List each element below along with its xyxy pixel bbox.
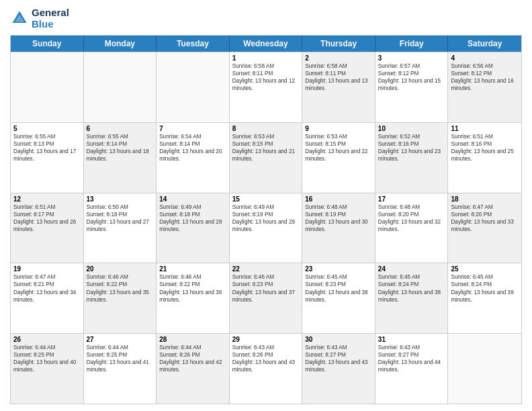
calendar-cell: 26Sunrise: 6:44 AMSunset: 8:25 PMDayligh… [11, 334, 84, 404]
calendar-row: 5Sunrise: 6:55 AMSunset: 8:13 PMDaylight… [11, 122, 521, 193]
header: General Blue [10, 7, 522, 30]
day-number: 22 [232, 265, 300, 273]
calendar-cell: 23Sunrise: 6:45 AMSunset: 8:23 PMDayligh… [302, 263, 375, 333]
weekday-header: Thursday [302, 36, 375, 52]
calendar-cell: 18Sunrise: 6:47 AMSunset: 8:20 PMDayligh… [448, 193, 521, 263]
cell-info: Sunrise: 6:43 AMSunset: 8:27 PMDaylight:… [378, 345, 441, 373]
calendar-cell: 20Sunrise: 6:46 AMSunset: 8:22 PMDayligh… [84, 263, 157, 333]
weekday-header: Monday [84, 36, 157, 52]
calendar-cell: 24Sunrise: 6:45 AMSunset: 8:24 PMDayligh… [375, 263, 449, 333]
cell-info: Sunrise: 6:53 AMSunset: 8:15 PMDaylight:… [232, 134, 295, 162]
calendar-cell: 19Sunrise: 6:47 AMSunset: 8:21 PMDayligh… [11, 263, 84, 333]
calendar-cell: 12Sunrise: 6:51 AMSunset: 8:17 PMDayligh… [11, 193, 84, 263]
calendar-row: 19Sunrise: 6:47 AMSunset: 8:21 PMDayligh… [11, 263, 521, 333]
day-number: 5 [13, 125, 81, 132]
calendar-cell: 31Sunrise: 6:43 AMSunset: 8:27 PMDayligh… [375, 334, 449, 404]
calendar-cell: 30Sunrise: 6:43 AMSunset: 8:27 PMDayligh… [302, 334, 375, 404]
calendar-cell: 1Sunrise: 6:58 AMSunset: 8:11 PMDaylight… [230, 52, 303, 122]
cell-info: Sunrise: 6:58 AMSunset: 8:11 PMDaylight:… [305, 63, 367, 91]
calendar-header: SundayMondayTuesdayWednesdayThursdayFrid… [11, 36, 521, 52]
cell-info: Sunrise: 6:46 AMSunset: 8:23 PMDaylight:… [232, 274, 295, 302]
day-number: 24 [378, 265, 445, 273]
logo: General Blue [10, 7, 69, 30]
cell-info: Sunrise: 6:44 AMSunset: 8:25 PMDaylight:… [13, 345, 76, 373]
day-number: 27 [87, 336, 154, 343]
day-number: 9 [305, 125, 372, 132]
calendar-cell: 8Sunrise: 6:53 AMSunset: 8:15 PMDaylight… [230, 123, 303, 193]
day-number: 15 [232, 195, 300, 203]
logo-text: General Blue [32, 7, 69, 30]
weekday-header: Sunday [11, 36, 84, 52]
cell-info: Sunrise: 6:44 AMSunset: 8:26 PMDaylight:… [159, 345, 222, 373]
day-number: 26 [13, 336, 81, 343]
cell-info: Sunrise: 6:45 AMSunset: 8:24 PMDaylight:… [451, 274, 513, 302]
calendar-cell: 25Sunrise: 6:45 AMSunset: 8:24 PMDayligh… [448, 263, 521, 333]
cell-info: Sunrise: 6:54 AMSunset: 8:14 PMDaylight:… [159, 134, 222, 162]
calendar-cell: 7Sunrise: 6:54 AMSunset: 8:14 PMDaylight… [157, 123, 230, 193]
cell-info: Sunrise: 6:45 AMSunset: 8:24 PMDaylight:… [378, 274, 441, 302]
calendar-cell: 5Sunrise: 6:55 AMSunset: 8:13 PMDaylight… [11, 123, 84, 193]
day-number: 3 [378, 54, 445, 62]
calendar-cell: 28Sunrise: 6:44 AMSunset: 8:26 PMDayligh… [157, 334, 230, 404]
day-number: 13 [87, 195, 154, 203]
cell-info: Sunrise: 6:49 AMSunset: 8:18 PMDaylight:… [159, 204, 222, 232]
cell-info: Sunrise: 6:46 AMSunset: 8:22 PMDaylight:… [159, 274, 222, 302]
cell-info: Sunrise: 6:44 AMSunset: 8:25 PMDaylight:… [87, 345, 149, 373]
cell-info: Sunrise: 6:47 AMSunset: 8:21 PMDaylight:… [13, 274, 76, 302]
cell-info: Sunrise: 6:43 AMSunset: 8:27 PMDaylight:… [305, 345, 367, 373]
calendar-row: 26Sunrise: 6:44 AMSunset: 8:25 PMDayligh… [11, 333, 521, 404]
day-number: 8 [232, 125, 300, 132]
cell-info: Sunrise: 6:51 AMSunset: 8:16 PMDaylight:… [451, 134, 513, 162]
day-number: 18 [451, 195, 519, 203]
calendar-row: 1Sunrise: 6:58 AMSunset: 8:11 PMDaylight… [11, 52, 521, 122]
calendar-row: 12Sunrise: 6:51 AMSunset: 8:17 PMDayligh… [11, 193, 521, 263]
day-number: 23 [305, 265, 372, 273]
cell-info: Sunrise: 6:56 AMSunset: 8:12 PMDaylight:… [451, 63, 513, 91]
calendar-cell [448, 334, 521, 404]
weekday-header: Saturday [448, 36, 521, 52]
calendar-body: 1Sunrise: 6:58 AMSunset: 8:11 PMDaylight… [11, 52, 521, 404]
day-number: 7 [159, 125, 226, 132]
cell-info: Sunrise: 6:47 AMSunset: 8:20 PMDaylight:… [451, 204, 513, 232]
cell-info: Sunrise: 6:52 AMSunset: 8:16 PMDaylight:… [378, 134, 441, 162]
day-number: 31 [378, 336, 445, 343]
cell-info: Sunrise: 6:48 AMSunset: 8:19 PMDaylight:… [305, 204, 367, 232]
calendar: SundayMondayTuesdayWednesdayThursdayFrid… [10, 35, 522, 404]
day-number: 1 [232, 54, 300, 62]
cell-info: Sunrise: 6:48 AMSunset: 8:20 PMDaylight:… [378, 204, 441, 232]
calendar-cell: 15Sunrise: 6:49 AMSunset: 8:19 PMDayligh… [230, 193, 303, 263]
cell-info: Sunrise: 6:51 AMSunset: 8:17 PMDaylight:… [13, 204, 76, 232]
cell-info: Sunrise: 6:53 AMSunset: 8:15 PMDaylight:… [305, 134, 367, 162]
calendar-cell: 17Sunrise: 6:48 AMSunset: 8:20 PMDayligh… [375, 193, 449, 263]
calendar-cell: 2Sunrise: 6:58 AMSunset: 8:11 PMDaylight… [302, 52, 375, 122]
calendar-cell [84, 52, 157, 122]
weekday-header: Friday [375, 36, 449, 52]
calendar-cell: 27Sunrise: 6:44 AMSunset: 8:25 PMDayligh… [84, 334, 157, 404]
cell-info: Sunrise: 6:45 AMSunset: 8:23 PMDaylight:… [305, 274, 367, 302]
cell-info: Sunrise: 6:50 AMSunset: 8:18 PMDaylight:… [87, 204, 149, 232]
logo-icon [10, 9, 29, 28]
weekday-header: Wednesday [230, 36, 303, 52]
weekday-header: Tuesday [157, 36, 230, 52]
calendar-cell: 9Sunrise: 6:53 AMSunset: 8:15 PMDaylight… [302, 123, 375, 193]
calendar-cell: 13Sunrise: 6:50 AMSunset: 8:18 PMDayligh… [84, 193, 157, 263]
day-number: 25 [451, 265, 519, 273]
cell-info: Sunrise: 6:43 AMSunset: 8:26 PMDaylight:… [232, 345, 295, 373]
day-number: 29 [232, 336, 300, 343]
day-number: 2 [305, 54, 372, 62]
calendar-cell: 10Sunrise: 6:52 AMSunset: 8:16 PMDayligh… [375, 123, 449, 193]
day-number: 28 [159, 336, 226, 343]
calendar-cell: 16Sunrise: 6:48 AMSunset: 8:19 PMDayligh… [302, 193, 375, 263]
day-number: 16 [305, 195, 372, 203]
day-number: 30 [305, 336, 372, 343]
day-number: 20 [87, 265, 154, 273]
cell-info: Sunrise: 6:55 AMSunset: 8:14 PMDaylight:… [87, 134, 149, 162]
calendar-cell: 3Sunrise: 6:57 AMSunset: 8:12 PMDaylight… [375, 52, 449, 122]
day-number: 12 [13, 195, 81, 203]
day-number: 21 [159, 265, 226, 273]
calendar-cell: 6Sunrise: 6:55 AMSunset: 8:14 PMDaylight… [84, 123, 157, 193]
calendar-cell: 11Sunrise: 6:51 AMSunset: 8:16 PMDayligh… [448, 123, 521, 193]
day-number: 10 [378, 125, 445, 132]
day-number: 14 [159, 195, 226, 203]
cell-info: Sunrise: 6:55 AMSunset: 8:13 PMDaylight:… [13, 134, 76, 162]
